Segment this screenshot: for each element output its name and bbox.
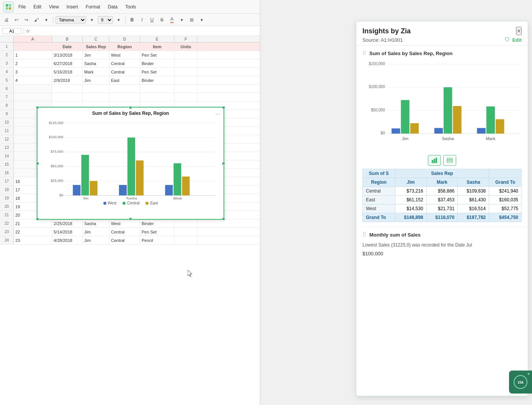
cell-22a[interactable]: 21 [14, 219, 52, 227]
cell-7c[interactable] [83, 93, 109, 101]
cell-4f[interactable] [175, 68, 197, 76]
cell-24d[interactable]: Central [109, 236, 140, 244]
cell-4a[interactable]: 3 [14, 68, 52, 76]
resize-handle-tm[interactable] [129, 106, 132, 109]
resize-handle-rm[interactable] [222, 162, 225, 165]
cell-7b[interactable] [52, 93, 83, 101]
cell-2c[interactable]: Jim [83, 51, 109, 59]
cell-2a[interactable]: 1 [14, 51, 52, 59]
cell-4b[interactable]: 5/16/2018 [52, 68, 83, 76]
zia-button[interactable]: zia ✦ [509, 371, 532, 394]
format-paint-btn[interactable]: 🖌 [32, 16, 41, 24]
col-header-b[interactable]: B [52, 36, 83, 42]
cell-5f[interactable] [175, 76, 197, 84]
cell-24e[interactable]: Pencil [140, 236, 175, 244]
cell-ref-input[interactable] [2, 28, 21, 34]
border-dropdown[interactable]: ▾ [197, 16, 206, 24]
menu-tools[interactable]: Tools [122, 3, 139, 11]
redo-btn[interactable]: ↪ [22, 16, 31, 24]
cell-6e[interactable] [140, 85, 175, 93]
cell-7e[interactable] [140, 93, 175, 101]
cell-1a[interactable] [14, 42, 52, 51]
cell-6a[interactable] [14, 85, 52, 93]
cell-6d[interactable] [109, 85, 140, 93]
filter-icon[interactable]: ⛉ [504, 37, 510, 43]
resize-handle-bl[interactable] [36, 217, 39, 220]
cell-23c[interactable]: Jim [83, 228, 109, 236]
cell-3b[interactable]: 6/27/2018 [52, 59, 83, 67]
cell-5d[interactable]: East [109, 76, 140, 84]
resize-handle-lm[interactable] [36, 162, 39, 165]
italic-btn[interactable]: I [138, 16, 146, 24]
cell-1b[interactable]: Date [52, 42, 83, 51]
cell-3c[interactable]: Sasha [83, 59, 109, 67]
table-toggle[interactable] [443, 155, 456, 166]
resize-handle-br[interactable] [222, 217, 225, 220]
menu-data[interactable]: Data [105, 3, 121, 11]
undo-btn[interactable]: ↩ [12, 16, 21, 24]
cell-22e[interactable]: Binder [140, 219, 175, 227]
cell-24b[interactable]: 4/28/2018 [52, 236, 83, 244]
chart-options-btn[interactable]: ··· [215, 111, 220, 118]
formula-input[interactable] [32, 29, 258, 33]
strike-btn[interactable]: S [158, 16, 166, 24]
menu-file[interactable]: File [15, 3, 29, 11]
cell-3f[interactable] [175, 59, 197, 67]
cell-1d[interactable]: Region [109, 42, 140, 51]
col-header-e[interactable]: E [140, 36, 175, 42]
font-size-select[interactable]: 9 [98, 16, 113, 24]
edit-btn[interactable]: Edit [512, 37, 522, 43]
col-header-a[interactable]: A [14, 36, 52, 42]
border-btn[interactable]: ⊞ [188, 16, 196, 24]
paint-dropdown[interactable]: ▾ [42, 16, 51, 24]
font-dropdown[interactable]: ▾ [88, 16, 96, 24]
cell-4d[interactable]: Central [109, 68, 140, 76]
cell-7f[interactable] [175, 93, 197, 101]
cell-23a[interactable]: 22 [14, 228, 52, 236]
resize-handle-bm[interactable] [129, 217, 132, 220]
menu-format[interactable]: Format [83, 3, 103, 11]
cell-5e[interactable]: Binder [140, 76, 175, 84]
embedded-chart[interactable]: ··· Sum of Sales by Sales Rep, Region $1… [37, 107, 224, 220]
menu-insert[interactable]: Insert [64, 3, 81, 11]
cell-23d[interactable]: Central [109, 228, 140, 236]
cell-22b[interactable]: 2/25/2018 [52, 219, 83, 227]
close-btn[interactable]: × [516, 27, 522, 35]
cell-2e[interactable]: Pen Set [140, 51, 175, 59]
cell-6f[interactable] [175, 85, 197, 93]
cell-3a[interactable]: 2 [14, 59, 52, 67]
cell-22c[interactable]: Sasha [83, 219, 109, 227]
cell-2f[interactable] [175, 51, 197, 59]
col-header-c[interactable]: C [83, 36, 109, 42]
cell-5c[interactable]: Jim [83, 76, 109, 84]
cell-7d[interactable] [109, 93, 140, 101]
cell-24c[interactable]: Jim [83, 236, 109, 244]
cell-24a[interactable]: 23 [14, 236, 52, 244]
col-header-d[interactable]: D [109, 36, 140, 42]
bar-chart-toggle[interactable] [428, 155, 441, 166]
cell-5b[interactable]: 2/9/2018 [52, 76, 83, 84]
size-dropdown[interactable]: ▾ [114, 16, 123, 24]
cell-23e[interactable]: Pen Set [140, 228, 175, 236]
cell-5a[interactable]: 4 [14, 76, 52, 84]
cell-22d[interactable]: West [109, 219, 140, 227]
menu-edit[interactable]: Edit [30, 3, 44, 11]
cell-2d[interactable]: West [109, 51, 140, 59]
cell-1c[interactable]: Sales Rep [83, 42, 109, 51]
cell-1e[interactable]: Item [140, 42, 175, 51]
cell-4c[interactable]: Mark [83, 68, 109, 76]
cell-24f[interactable] [175, 236, 197, 244]
cell-1f[interactable]: Units [175, 42, 197, 51]
bold-btn[interactable]: B [128, 16, 136, 24]
cell-22f[interactable] [175, 219, 197, 227]
cell-6b[interactable] [52, 85, 83, 93]
cell-23f[interactable] [175, 228, 197, 236]
resize-handle-tl[interactable] [36, 106, 39, 109]
cell-2b[interactable]: 3/13/2018 [52, 51, 83, 59]
font-select[interactable]: Tahoma [55, 16, 86, 24]
cell-3e[interactable]: Binder [140, 59, 175, 67]
color-dropdown[interactable]: ▾ [178, 16, 186, 24]
cell-23b[interactable]: 5/14/2018 [52, 228, 83, 236]
resize-handle-tr[interactable] [222, 106, 225, 109]
cell-3d[interactable]: Central [109, 59, 140, 67]
